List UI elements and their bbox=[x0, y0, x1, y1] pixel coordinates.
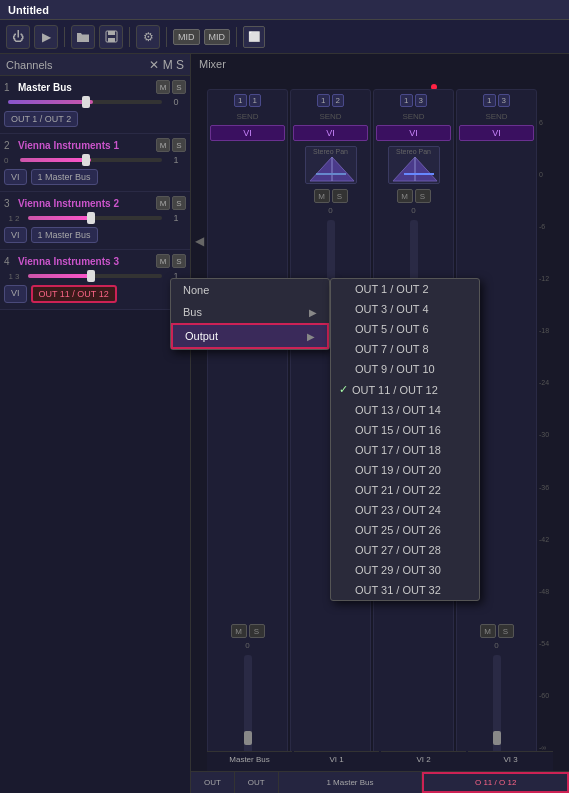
submenu-out13[interactable]: OUT 25 / OUT 26 bbox=[331, 520, 479, 540]
submenu-out1[interactable]: OUT 1 / OUT 2 bbox=[331, 279, 479, 299]
submenu-out11-label: OUT 21 / OUT 22 bbox=[355, 484, 441, 496]
mixer-ch1-num1[interactable]: 1 bbox=[317, 94, 329, 107]
channel-2-route-vi[interactable]: VI bbox=[4, 169, 27, 185]
channel-4-fader-track[interactable] bbox=[28, 274, 162, 278]
app-title: Untitled bbox=[8, 4, 49, 16]
channel-1-fader-val: 0 bbox=[166, 97, 186, 107]
midi-button-1[interactable]: MID bbox=[173, 29, 200, 45]
mixer-ch0-fader[interactable] bbox=[244, 655, 252, 755]
channel-3-fader[interactable]: 1 2 1 bbox=[0, 213, 190, 223]
submenu-out11[interactable]: OUT 21 / OUT 22 bbox=[331, 480, 479, 500]
channels-close-button[interactable]: ✕ M S bbox=[149, 58, 184, 72]
midi-button-2[interactable]: MID bbox=[204, 29, 231, 45]
channel-1-mute[interactable]: M bbox=[156, 80, 170, 94]
mixer-ch3-num2[interactable]: 3 bbox=[498, 94, 510, 107]
submenu-out4[interactable]: OUT 7 / OUT 8 bbox=[331, 339, 479, 359]
submenu-out9[interactable]: OUT 17 / OUT 18 bbox=[331, 440, 479, 460]
submenu-out14[interactable]: OUT 27 / OUT 28 bbox=[331, 540, 479, 560]
submenu-out16[interactable]: OUT 31 / OUT 32 bbox=[331, 580, 479, 600]
channel-4-fader-thumb[interactable] bbox=[87, 270, 95, 282]
mixer-ch1-stereo-pan[interactable]: Stereo Pan bbox=[305, 146, 357, 184]
submenu-out10-label: OUT 19 / OUT 20 bbox=[355, 464, 441, 476]
mixer-ch1-m[interactable]: M bbox=[314, 189, 330, 203]
channel-4-route-vi[interactable]: VI bbox=[4, 285, 27, 303]
save-button[interactable] bbox=[99, 25, 123, 49]
mixer-ch0-num2[interactable]: 1 bbox=[249, 94, 261, 107]
channel-2-fader-track[interactable] bbox=[20, 158, 162, 162]
settings-button[interactable]: ⚙ bbox=[136, 25, 160, 49]
ctx-bus[interactable]: Bus ▶ bbox=[171, 301, 329, 323]
channel-3-route-vi[interactable]: VI bbox=[4, 227, 27, 243]
submenu-out5[interactable]: OUT 9 / OUT 10 bbox=[331, 359, 479, 379]
submenu-out2[interactable]: OUT 3 / OUT 4 bbox=[331, 299, 479, 319]
mixer-ch2-s[interactable]: S bbox=[415, 189, 431, 203]
mixer-ch0-s[interactable]: S bbox=[249, 624, 265, 638]
ctx-output[interactable]: Output ▶ bbox=[171, 323, 329, 349]
channel-3-fader-track[interactable] bbox=[28, 216, 162, 220]
channel-2-fader[interactable]: 0 1 bbox=[0, 155, 190, 165]
mixer-channel-0: 1 1 SEND VI M S 0 Master Bus bbox=[207, 89, 288, 771]
submenu-out10[interactable]: OUT 19 / OUT 20 bbox=[331, 460, 479, 480]
window-button[interactable]: ⬜ bbox=[243, 26, 265, 48]
play-button[interactable]: ▶ bbox=[34, 25, 58, 49]
mixer-bottom-out2: OUT bbox=[235, 772, 279, 793]
channel-4-fader[interactable]: 1 3 1 bbox=[0, 271, 190, 281]
ctx-none[interactable]: None bbox=[171, 279, 329, 301]
channel-4-mute[interactable]: M bbox=[156, 254, 170, 268]
ctx-bus-arrow: ▶ bbox=[309, 307, 317, 318]
scroll-left-arrow[interactable]: ◀ bbox=[195, 234, 204, 248]
channel-1-route1[interactable]: OUT 1 / OUT 2 bbox=[4, 111, 78, 127]
channel-4-routing: VI OUT 11 / OUT 12 bbox=[0, 283, 190, 305]
channel-3-solo[interactable]: S bbox=[172, 196, 186, 210]
channels-header: Channels ✕ M S bbox=[0, 54, 190, 76]
title-bar: Untitled bbox=[0, 0, 569, 20]
mixer-ch3-num1[interactable]: 1 bbox=[483, 94, 495, 107]
channel-1-solo[interactable]: S bbox=[172, 80, 186, 94]
mixer-ch0-m[interactable]: M bbox=[231, 624, 247, 638]
submenu-out14-label: OUT 27 / OUT 28 bbox=[355, 544, 441, 556]
mixer-ch1-vi-label: VI bbox=[293, 125, 368, 141]
submenu-out12[interactable]: OUT 23 / OUT 24 bbox=[331, 500, 479, 520]
channel-4-solo[interactable]: S bbox=[172, 254, 186, 268]
mixer-ch0-num1[interactable]: 1 bbox=[234, 94, 246, 107]
channel-4-route-output[interactable]: OUT 11 / OUT 12 bbox=[31, 285, 117, 303]
channel-3-route-master[interactable]: 1 Master Bus bbox=[31, 227, 98, 243]
channel-2-solo[interactable]: S bbox=[172, 138, 186, 152]
channel-3-fader-thumb[interactable] bbox=[87, 212, 95, 224]
mixer-ch1-s[interactable]: S bbox=[332, 189, 348, 203]
submenu-out8[interactable]: OUT 15 / OUT 16 bbox=[331, 420, 479, 440]
channel-1-fader[interactable]: 0 bbox=[0, 97, 190, 107]
submenu-out6-checked[interactable]: ✓ OUT 11 / OUT 12 bbox=[331, 379, 479, 400]
channel-1-fader-thumb[interactable] bbox=[82, 96, 90, 108]
toolbar: ⏻ ▶ ⚙ MID MID ⬜ bbox=[0, 20, 569, 54]
mixer-ch2-m[interactable]: M bbox=[397, 189, 413, 203]
mixer-ch2-num2[interactable]: 3 bbox=[415, 94, 427, 107]
ctx-none-label: None bbox=[183, 284, 209, 296]
channel-2-mute[interactable]: M bbox=[156, 138, 170, 152]
power-button[interactable]: ⏻ bbox=[6, 25, 30, 49]
submenu-out7[interactable]: OUT 13 / OUT 14 bbox=[331, 400, 479, 420]
check-icon: ✓ bbox=[339, 383, 348, 396]
channel-3-mute[interactable]: M bbox=[156, 196, 170, 210]
svg-rect-2 bbox=[108, 31, 115, 35]
channel-2-fader-thumb[interactable] bbox=[82, 154, 90, 166]
mixer-ch2-stereo-pan[interactable]: Stereo Pan bbox=[388, 146, 440, 184]
open-folder-button[interactable] bbox=[71, 25, 95, 49]
mixer-ch0-fader-thumb[interactable] bbox=[244, 731, 252, 745]
mixer-ch2-pan-label: Stereo Pan bbox=[389, 147, 439, 155]
svg-rect-1 bbox=[108, 38, 115, 42]
db-inf: -∞ bbox=[539, 744, 553, 751]
mixer-ch3-s[interactable]: S bbox=[498, 624, 514, 638]
mixer-ch3-fader[interactable] bbox=[493, 655, 501, 755]
mixer-ch2-pan-slider[interactable] bbox=[404, 173, 434, 175]
channel-2-fader-fill bbox=[20, 158, 91, 162]
mixer-ch1-pan-slider[interactable] bbox=[316, 173, 346, 175]
mixer-ch3-fader-thumb[interactable] bbox=[493, 731, 501, 745]
submenu-out15[interactable]: OUT 29 / OUT 30 bbox=[331, 560, 479, 580]
channel-1-fader-track[interactable] bbox=[8, 100, 162, 104]
mixer-ch3-m[interactable]: M bbox=[480, 624, 496, 638]
mixer-ch1-num2[interactable]: 2 bbox=[332, 94, 344, 107]
channel-2-route-master[interactable]: 1 Master Bus bbox=[31, 169, 98, 185]
mixer-ch2-num1[interactable]: 1 bbox=[400, 94, 412, 107]
submenu-out3[interactable]: OUT 5 / OUT 6 bbox=[331, 319, 479, 339]
